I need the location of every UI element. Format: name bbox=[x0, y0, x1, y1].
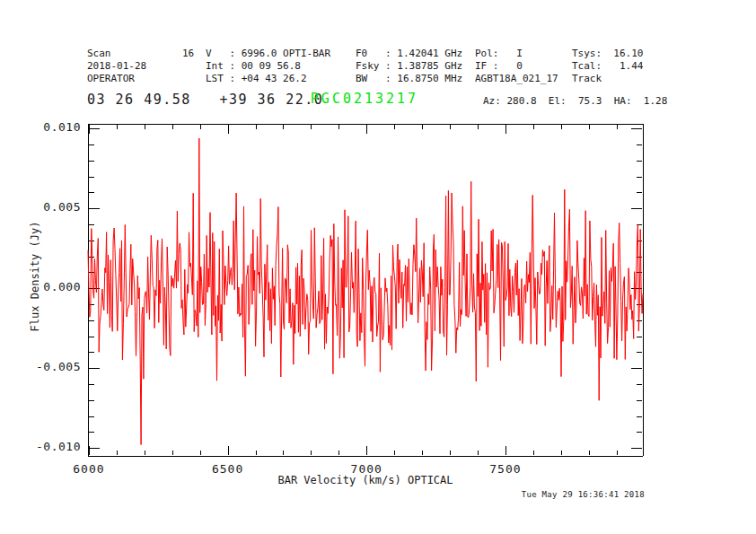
y-tick-label: 0.000 bbox=[14, 281, 81, 293]
y-tick-label: -0.010 bbox=[14, 441, 81, 453]
x-tick-label: 7000 bbox=[351, 463, 382, 476]
y-tick-label: 0.010 bbox=[14, 121, 81, 134]
x-axis-title: BAR Velocity (km/s) OPTICAL bbox=[277, 474, 453, 486]
plot-timestamp: Tue May 29 16:36:41 2018 bbox=[522, 490, 645, 499]
x-tick-label: 6000 bbox=[73, 463, 104, 476]
x-tick-label: 6500 bbox=[212, 463, 243, 476]
y-tick-label: 0.005 bbox=[14, 201, 81, 214]
x-tick-label: 7500 bbox=[489, 463, 521, 476]
spectrum-trace bbox=[88, 138, 643, 445]
spectrum-plot bbox=[0, 0, 756, 534]
y-axis-title: Flux Density (Jy) bbox=[29, 222, 41, 332]
gbtidl-plotter-window: Scan 16 2018-01-28 OPERATOR V : 6996.0 O… bbox=[0, 0, 756, 534]
y-tick-label: -0.005 bbox=[14, 361, 81, 373]
